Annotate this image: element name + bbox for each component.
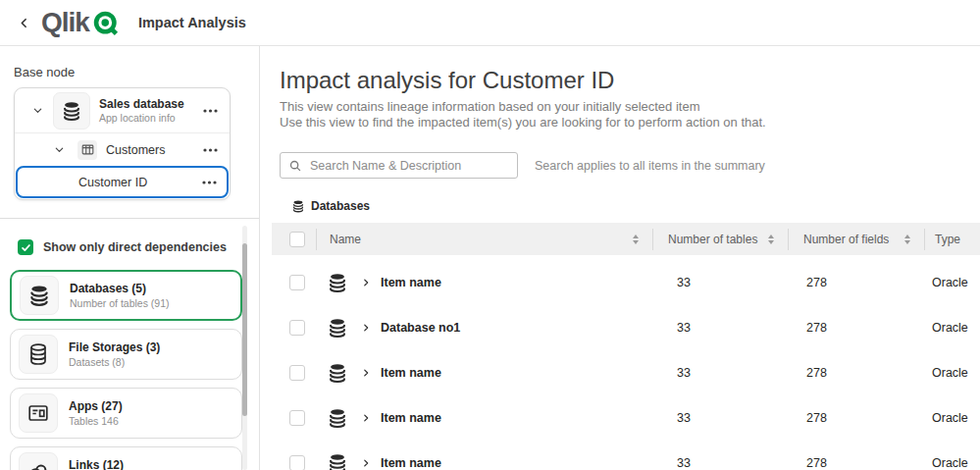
row-tables-value: 33 [655, 366, 790, 380]
more-menu-button[interactable] [203, 109, 218, 113]
row-tables-value: 33 [655, 456, 790, 470]
row-type-value: Oracle [925, 321, 980, 335]
row-type-value: Oracle [925, 276, 980, 289]
base-node-tree: Sales database App location info [14, 87, 231, 200]
sidebar-scrollbar-track[interactable] [242, 226, 247, 470]
base-node-label: Base node [14, 65, 259, 79]
search-note: Search applies to all items in the summa… [535, 159, 765, 173]
row-checkbox[interactable] [289, 455, 305, 470]
links-icon-box [19, 452, 58, 470]
search-icon [288, 159, 302, 173]
row-checkbox[interactable] [289, 410, 305, 426]
tree-item-title: Sales database [99, 97, 184, 111]
storage-icon [26, 342, 50, 366]
more-menu-button[interactable] [203, 148, 218, 152]
category-title: Apps (27) [69, 399, 123, 413]
column-header-tables: Number of tables [668, 233, 757, 246]
column-header-name: Name [330, 233, 361, 246]
description-line-1: This view contains lineage information b… [280, 99, 980, 115]
apps-icon-box [19, 393, 58, 433]
qlik-q-icon [92, 8, 122, 39]
table-row[interactable]: Item name 33 278 Oracle [272, 260, 980, 305]
category-subtitle: Tables 146 [69, 415, 123, 427]
database-icon [291, 199, 305, 213]
row-checkbox[interactable] [289, 365, 305, 381]
storage-icon-box [19, 335, 58, 374]
row-item-name: Item name [381, 276, 441, 289]
category-list: Databases (5) Number of tables (91) [10, 270, 259, 470]
row-checkbox[interactable] [289, 320, 305, 336]
database-icon-box [20, 276, 59, 315]
tree-item-customers[interactable]: Customers [15, 133, 230, 166]
row-item-name: Item name [381, 456, 441, 470]
category-subtitle: Datasets (8) [69, 356, 160, 368]
page-title: Impact Analysis [138, 15, 246, 30]
row-fields-value: 278 [790, 321, 925, 335]
direct-dependencies-toggle[interactable]: Show only direct dependencies [18, 239, 259, 255]
table-icon-box [77, 140, 97, 160]
results-table: Name Number of tables Number of fields [272, 223, 980, 470]
expand-chevron-right-icon[interactable] [361, 368, 371, 378]
content: Base node Sales d [0, 46, 980, 470]
main-title: Impact analysis for Customer ID [280, 67, 980, 94]
table-row[interactable]: Item name 33 278 Oracle [272, 395, 980, 441]
database-icon [327, 317, 348, 339]
sort-icon[interactable] [633, 235, 639, 244]
category-card-links[interactable]: Links (12) Relevant Information [10, 446, 242, 470]
tree-item-customer-id-selected[interactable]: Customer ID [16, 166, 229, 198]
row-checkbox[interactable] [289, 275, 305, 290]
search-input[interactable] [308, 158, 498, 174]
tree-item-title: Customers [106, 143, 165, 157]
table-row[interactable]: Database no1 33 278 Oracle [272, 305, 980, 350]
column-header-fields: Number of fields [803, 233, 889, 246]
apps-icon [26, 401, 50, 425]
row-tables-value: 33 [655, 276, 790, 289]
section-label-databases: Databases [291, 199, 980, 213]
table-row[interactable]: Item name 33 278 Oracle [272, 350, 980, 395]
impact-analysis-app: Qlik Impact Analysis Base node [0, 0, 980, 470]
row-fields-value: 278 [790, 276, 925, 289]
qlik-logo[interactable]: Qlik [41, 6, 122, 39]
row-type-value: Oracle [925, 456, 980, 470]
category-card-databases[interactable]: Databases (5) Number of tables (91) [10, 270, 242, 321]
expand-chevron-right-icon[interactable] [361, 323, 371, 333]
table-row[interactable]: Item name 33 278 Oracle [272, 441, 980, 470]
select-all-checkbox[interactable] [289, 232, 305, 247]
checked-checkbox[interactable] [18, 239, 33, 255]
category-title: Databases (5) [70, 282, 170, 295]
row-fields-value: 278 [790, 456, 925, 470]
search-row: Search applies to all items in the summa… [280, 152, 980, 179]
database-icon [327, 407, 348, 429]
sort-icon[interactable] [904, 235, 910, 244]
search-box[interactable] [280, 152, 518, 179]
sidebar-scrollbar-thumb[interactable] [242, 243, 247, 416]
category-card-file-storages[interactable]: File Storages (3) Datasets (8) [10, 329, 242, 380]
expand-chevron-right-icon[interactable] [361, 278, 371, 287]
row-fields-value: 278 [790, 411, 925, 425]
back-button[interactable] [14, 11, 33, 34]
tree-item-subtitle: App location info [99, 112, 184, 124]
category-title: Links (12) [69, 458, 164, 470]
database-icon [327, 452, 348, 470]
row-item-name: Item name [381, 411, 441, 425]
tree-item-sales-database[interactable]: Sales database App location info [15, 88, 230, 133]
sidebar-divider [0, 218, 259, 219]
column-header-type: Type [925, 233, 980, 246]
table-header: Name Number of tables Number of fields [272, 223, 980, 255]
more-menu-button[interactable] [202, 181, 217, 184]
check-icon [21, 242, 31, 253]
row-item-name: Item name [381, 366, 441, 380]
category-card-apps[interactable]: Apps (27) Tables 146 [10, 388, 242, 439]
qlik-logo-text: Qlik [41, 9, 89, 36]
table-icon [80, 142, 95, 157]
expand-chevron-right-icon[interactable] [361, 413, 371, 423]
chevron-down-icon[interactable] [32, 105, 43, 116]
chevron-down-icon[interactable] [54, 144, 65, 155]
sidebar: Base node Sales d [0, 46, 260, 470]
expand-chevron-right-icon[interactable] [361, 458, 371, 468]
database-icon [327, 362, 348, 384]
sort-icon[interactable] [768, 235, 774, 244]
row-tables-value: 33 [655, 411, 790, 425]
category-subtitle: Number of tables (91) [70, 297, 170, 309]
table-body: Item name 33 278 Oracle [272, 260, 980, 470]
